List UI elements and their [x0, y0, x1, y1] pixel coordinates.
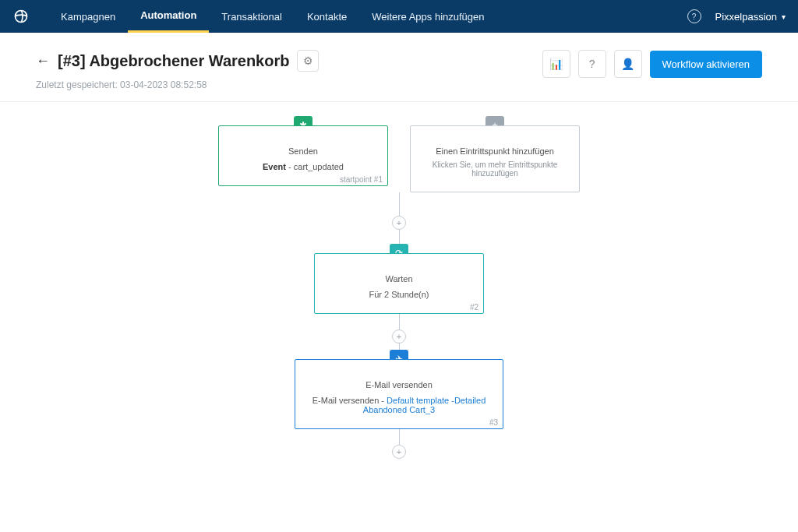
entry-node[interactable]: ✱ Senden Event - cart_updated startpoint…	[218, 125, 388, 192]
chart-icon: 📊	[549, 58, 563, 70]
entry-node-id: startpoint #1	[340, 175, 383, 184]
nav-right: ? Pixxelpassion ▾	[687, 9, 786, 23]
user-icon: 👤	[621, 58, 634, 70]
nav-transactional[interactable]: Transaktional	[209, 0, 295, 33]
connector-3: +	[0, 429, 798, 459]
add-step-button[interactable]: +	[392, 216, 406, 230]
activate-workflow-button[interactable]: Workflow aktivieren	[650, 51, 762, 78]
stats-button[interactable]: 📊	[542, 50, 570, 78]
entry-node-desc: Event - cart_updated	[227, 162, 380, 171]
add-entry-node[interactable]: + Einen Eintrittspunkt hinzufügen Klicke…	[410, 125, 580, 192]
nav-contacts[interactable]: Kontakte	[295, 0, 359, 33]
nav-campaigns[interactable]: Kampagnen	[48, 0, 128, 33]
nav-more-apps[interactable]: Weitere Apps hinzufügen	[359, 0, 496, 33]
add-entry-title: Einen Eintrittspunkt hinzufügen	[418, 146, 571, 156]
page-header: ← [#3] Abgebrochener Warenkorb ⚙ Zuletzt…	[0, 33, 798, 102]
add-entry-desc: Klicken Sie, um mehr Eintrittspunkte hin…	[418, 160, 571, 178]
back-arrow-icon[interactable]: ←	[36, 53, 50, 69]
user-menu[interactable]: Pixxelpassion ▾	[715, 11, 786, 23]
wait-node-desc: Für 2 Stunde(n)	[323, 290, 475, 299]
add-step-button-2[interactable]: +	[392, 329, 406, 344]
settings-button[interactable]: ⚙	[297, 50, 319, 72]
send-node-title: E-Mail versenden	[303, 380, 495, 389]
user-name: Pixxelpassion	[715, 11, 778, 23]
gear-icon: ⚙	[303, 55, 313, 67]
question-icon: ?	[589, 58, 595, 70]
help-button[interactable]: ?	[578, 50, 606, 78]
add-step-button-3[interactable]: +	[392, 445, 406, 459]
wait-node[interactable]: ⟳ Warten Für 2 Stunde(n) #2	[314, 253, 484, 314]
last-saved: Zuletzt gespeichert: 03-04-2023 08:52:58	[36, 79, 319, 90]
wait-node-id: #2	[470, 303, 478, 312]
top-nav: Kampagnen Automation Transaktional Konta…	[0, 0, 798, 33]
send-node-desc: E-Mail versenden - Default template -Det…	[303, 396, 495, 414]
help-icon[interactable]: ?	[687, 9, 701, 23]
wait-node-title: Warten	[323, 274, 475, 284]
app-logo	[12, 8, 30, 25]
send-email-node[interactable]: ✈ E-Mail versenden E-Mail versenden - De…	[295, 359, 503, 429]
nav-items: Kampagnen Automation Transaktional Konta…	[48, 0, 497, 33]
entry-node-title: Senden	[227, 146, 380, 156]
chevron-down-icon: ▾	[782, 12, 786, 21]
user-button[interactable]: 👤	[614, 50, 642, 78]
workflow-canvas: ✱ Senden Event - cart_updated startpoint…	[0, 102, 798, 459]
svg-point-0	[16, 11, 27, 23]
nav-automation[interactable]: Automation	[128, 0, 209, 33]
send-node-id: #3	[489, 418, 498, 427]
page-title: [#3] Abgebrochener Warenkorb	[58, 52, 289, 70]
